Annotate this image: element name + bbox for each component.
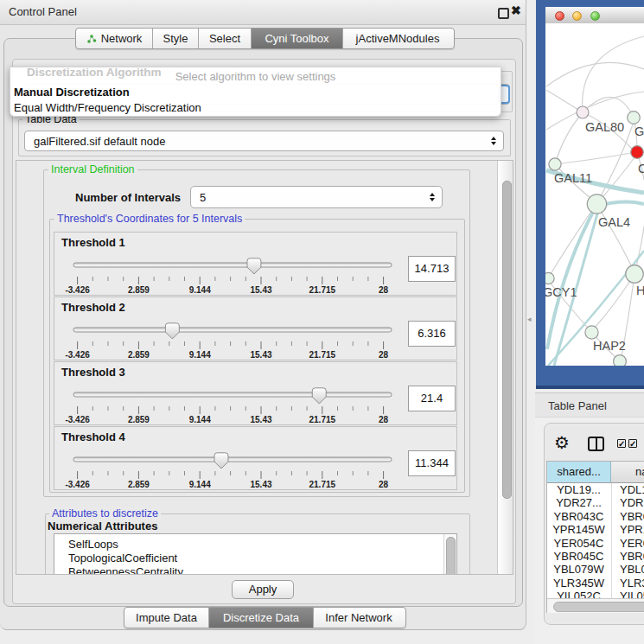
network-edge	[556, 112, 583, 163]
cell-name: YIL052C	[620, 590, 644, 598]
attribute-list-item[interactable]: TopologicalCoefficient	[54, 552, 435, 565]
splitter-handle-icon[interactable]: ◂	[527, 315, 532, 323]
attribute-list-item[interactable]: SelfLoops	[54, 538, 435, 552]
float-window-icon[interactable]	[498, 8, 509, 19]
table-row[interactable]: YPR145WYPR145W	[547, 523, 644, 536]
cell-shared-name: YPR145W	[547, 523, 610, 536]
table-row[interactable]: YDR27...YDR27...	[547, 496, 644, 509]
threshold-label: Threshold 4	[61, 430, 125, 443]
control-panel-titlebar: Control Panel ✖	[0, 0, 526, 25]
node-table[interactable]: shared... na YDL19...YDL19...YDR27...YDR…	[546, 461, 644, 613]
network-node[interactable]	[577, 106, 589, 118]
minimize-traffic-light-icon[interactable]	[572, 11, 582, 21]
table-horizontal-scrollbar-thumb[interactable]	[553, 602, 644, 612]
attributes-list-scrollbar[interactable]	[443, 534, 456, 574]
apply-button[interactable]: Apply	[232, 580, 294, 599]
slider-thumb	[214, 453, 228, 469]
gear-icon[interactable]: ⚙	[554, 432, 570, 453]
network-node-label: GAL11	[554, 171, 592, 185]
network-edge	[546, 62, 644, 86]
slider-thumb	[247, 258, 261, 274]
settings-scrollbar-thumb[interactable]	[502, 181, 512, 499]
combobox-arrows-icon	[488, 137, 500, 145]
network-node[interactable]	[628, 112, 641, 124]
table-row[interactable]: YLR345WYLR345W	[547, 577, 644, 590]
popup-item-placeholder[interactable]: Select algorithm to view settings	[10, 69, 501, 85]
table-row[interactable]: YIL052CYIL052C	[547, 590, 644, 598]
svg-text:15.43: 15.43	[250, 480, 271, 489]
threshold-slider[interactable]: -3.4262.8599.14415.4321.71528	[61, 258, 399, 296]
table-row[interactable]: YDL19...YDL19...	[547, 483, 644, 496]
tab-style[interactable]: Style	[153, 29, 199, 48]
network-node[interactable]	[614, 355, 627, 366]
combobox-arrows-icon	[426, 193, 438, 201]
table-row[interactable]: YBR043CYBR043C	[547, 510, 644, 523]
table-data-combobox[interactable]: galFiltered.sif default node	[24, 131, 504, 151]
bottom-tab-label: Discretize Data	[223, 611, 299, 624]
threshold-slider[interactable]: -3.4262.8599.14415.4321.71528	[61, 387, 399, 425]
column-header-shared-name[interactable]: shared...	[547, 462, 611, 483]
svg-text:-3.426: -3.426	[65, 415, 90, 424]
svg-text:21.715: 21.715	[309, 285, 336, 295]
network-node[interactable]	[549, 158, 561, 170]
cell-name: YPR145W	[620, 523, 644, 536]
threshold-value-field[interactable]: 14.713	[408, 256, 456, 282]
threshold-value-field[interactable]: 6.316	[408, 321, 456, 347]
numerical-attributes-label: Numerical Attributes	[48, 520, 157, 532]
control-panel-window: Control Panel ✖ NetworkStyleSelectCyni T…	[0, 0, 526, 630]
network-node[interactable]	[587, 194, 606, 214]
number-of-intervals-combobox[interactable]: 5	[190, 186, 443, 208]
popup-item-manual-discretization[interactable]: Manual Discretization	[10, 85, 504, 100]
tab-jactivemnodules[interactable]: jActiveMNodules	[343, 29, 452, 48]
table-horizontal-scrollbar[interactable]	[547, 598, 644, 613]
attributes-list-scrollbar-thumb[interactable]	[446, 537, 456, 574]
settings-scrollbar[interactable]	[497, 161, 513, 574]
threshold-value-field[interactable]: 11.344	[408, 450, 456, 476]
column-header-name[interactable]: na	[611, 462, 644, 483]
threshold-row: Threshold 3-3.4262.8599.14415.4321.71528…	[54, 361, 457, 425]
cell-shared-name: YBR045C	[547, 550, 610, 563]
bottom-tab-infer-network[interactable]: Infer Network	[314, 608, 404, 628]
split-table-icon[interactable]	[588, 437, 604, 451]
network-edge	[596, 204, 632, 267]
select-columns-icon[interactable]: ✓	[617, 439, 626, 448]
tab-select[interactable]: Select	[199, 29, 252, 48]
close-icon[interactable]: ✖	[511, 3, 521, 17]
table-row[interactable]: YBR045CYBR045C	[547, 550, 644, 563]
threshold-slider[interactable]: -3.4262.8599.14415.4321.71528	[61, 322, 399, 360]
network-node-label: GAL80	[585, 120, 624, 134]
threshold-value-field[interactable]: 21.4	[408, 386, 456, 411]
table-panel-title: Table Panel	[548, 399, 607, 412]
table-row[interactable]: YER054CYER054C	[547, 537, 644, 550]
svg-text:15.43: 15.43	[250, 350, 271, 360]
network-window-titlebar[interactable]	[545, 7, 644, 24]
cell-name: YLR345W	[620, 577, 644, 590]
svg-text:21.715: 21.715	[309, 350, 336, 360]
table-row[interactable]: YBL079WYBL079W	[547, 563, 644, 576]
svg-text:28: 28	[379, 285, 389, 295]
settings-viewport: Interval Definition Number of Intervals …	[16, 161, 497, 574]
cyni-mode-tabs: Impute DataDiscretize DataInfer Network	[124, 607, 406, 628]
svg-text:15.43: 15.43	[250, 285, 271, 295]
network-edge	[583, 36, 644, 112]
network-node[interactable]	[626, 265, 644, 284]
network-node[interactable]	[631, 146, 644, 159]
bottom-tab-impute-data[interactable]: Impute Data	[124, 608, 209, 628]
svg-text:28: 28	[379, 415, 389, 424]
tab-network[interactable]: Network	[76, 29, 153, 48]
network-canvas[interactable]: GAL80GACGAL11GAL4GCY1HAHAP2	[545, 23, 644, 366]
cell-name: YBR045C	[620, 550, 644, 563]
network-node[interactable]	[585, 326, 598, 339]
slider-thumb	[165, 323, 179, 339]
popup-item-equal-width-frequency[interactable]: Equal Width/Frequency Discretization	[10, 100, 504, 116]
zoom-traffic-light-icon[interactable]	[590, 11, 600, 21]
network-node[interactable]	[545, 272, 554, 284]
select-all-columns-icon[interactable]: ✓	[628, 439, 637, 448]
network-node-label: GCY1	[545, 285, 577, 299]
numerical-attributes-list[interactable]: SelfLoopsTopologicalCoefficientBetweenne…	[54, 533, 457, 574]
attribute-list-item[interactable]: BetweennessCentrality	[54, 565, 435, 574]
bottom-tab-discretize-data[interactable]: Discretize Data	[209, 608, 314, 628]
threshold-slider[interactable]: -3.4262.8599.14415.4321.71528	[61, 452, 399, 490]
close-traffic-light-icon[interactable]	[555, 11, 564, 21]
tab-cyni-toolbox[interactable]: Cyni Toolbox	[252, 29, 343, 48]
